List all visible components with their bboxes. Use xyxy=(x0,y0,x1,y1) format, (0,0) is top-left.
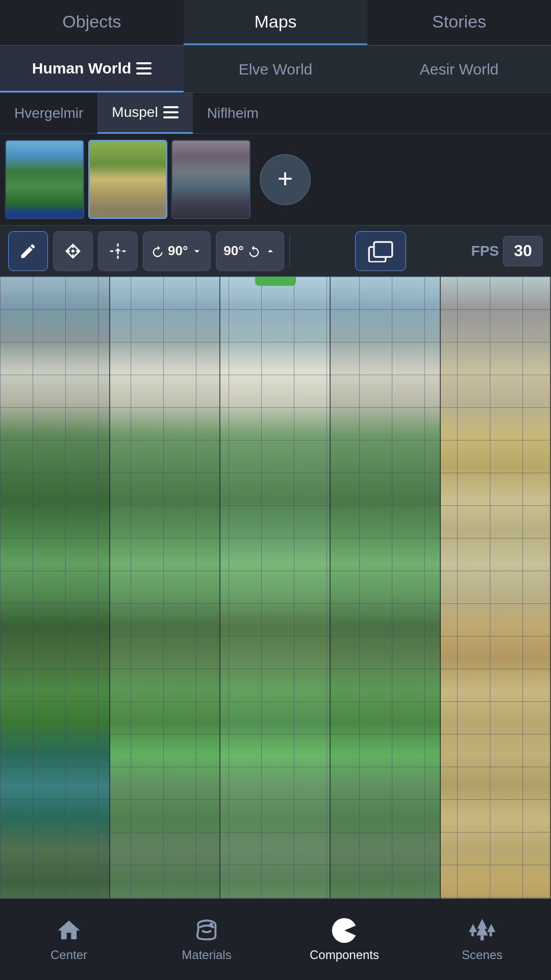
toolbar-divider xyxy=(289,236,290,266)
bottom-nav-scenes[interactable]: Scenes xyxy=(413,899,551,980)
components-icon xyxy=(331,917,358,944)
tab-stories[interactable]: Stories xyxy=(367,0,551,45)
submap-tab-niflheim[interactable]: Niflheim xyxy=(193,93,273,134)
map-column-1 xyxy=(110,277,220,914)
thumbnail-hvergelmir[interactable] xyxy=(5,140,84,219)
svg-rect-7 xyxy=(117,243,119,247)
list-icon-muspel xyxy=(163,106,179,118)
map-column-4 xyxy=(441,277,551,914)
bottom-nav-components-label: Components xyxy=(310,948,379,962)
list-icon-human xyxy=(136,62,152,75)
world-tab-aesir-label: Aesir World xyxy=(420,61,498,78)
svg-marker-15 xyxy=(477,924,488,936)
world-tab-elve[interactable]: Elve World xyxy=(184,46,367,92)
rotate-ccw-icon xyxy=(247,244,261,258)
scenes-icon xyxy=(469,917,495,944)
materials-icon xyxy=(193,917,220,944)
thumbnail-niflheim[interactable] xyxy=(171,140,251,219)
bottom-nav-materials-label: Materials xyxy=(182,948,231,962)
toolbar: 90° 90° FPS 30 xyxy=(0,226,551,277)
svg-rect-20 xyxy=(490,932,492,936)
fps-group: FPS 30 xyxy=(471,236,543,266)
submap-tabs: Hvergelmir Muspel Niflheim xyxy=(0,93,551,134)
arrow-down-icon xyxy=(191,245,203,257)
bottom-nav-materials[interactable]: Materials xyxy=(138,899,276,980)
snap-icon xyxy=(64,242,82,260)
bottom-nav-center-label: Center xyxy=(51,948,87,962)
submap-tab-muspel[interactable]: Muspel xyxy=(97,93,192,134)
submap-tab-muspel-label: Muspel xyxy=(112,104,158,120)
rotate-cw-icon xyxy=(151,244,165,258)
center-icon xyxy=(109,242,127,260)
thumbnail-muspel[interactable] xyxy=(88,140,167,219)
pencil-button[interactable] xyxy=(8,231,48,271)
tab-objects-label: Objects xyxy=(62,12,121,32)
layer-button[interactable] xyxy=(355,231,406,271)
svg-rect-18 xyxy=(471,932,474,936)
top-nav: Objects Maps Stories xyxy=(0,0,551,46)
center-button[interactable] xyxy=(98,231,138,271)
arrow-up-icon xyxy=(264,245,277,257)
map-column-3 xyxy=(331,277,441,914)
map-canvas[interactable] xyxy=(0,277,551,914)
tab-stories-label: Stories xyxy=(432,12,486,32)
world-tab-elve-label: Elve World xyxy=(239,61,313,78)
thumbnail-row: + xyxy=(0,134,551,226)
map-grid xyxy=(0,277,551,914)
tab-maps-label: Maps xyxy=(254,12,296,32)
rotate-cw-button[interactable]: 90° xyxy=(143,231,211,271)
map-column-0 xyxy=(0,277,110,914)
bottom-nav-center[interactable]: Center xyxy=(0,899,138,980)
svg-rect-8 xyxy=(117,256,119,259)
svg-rect-6 xyxy=(122,250,126,252)
svg-rect-5 xyxy=(110,250,113,252)
add-icon: + xyxy=(278,165,293,192)
snap-button[interactable] xyxy=(53,231,93,271)
rotate-cw-label: 90° xyxy=(168,243,188,259)
submap-tab-hvergelmir-label: Hvergelmir xyxy=(14,105,83,121)
thumbnail-muspel-image xyxy=(90,141,166,217)
submap-tab-hvergelmir[interactable]: Hvergelmir xyxy=(0,93,97,134)
fps-label: FPS xyxy=(471,243,499,259)
tool-group-left xyxy=(8,231,138,271)
tab-maps[interactable]: Maps xyxy=(184,0,367,45)
world-tab-human[interactable]: Human World xyxy=(0,46,184,92)
layer-icon xyxy=(367,240,394,262)
home-icon xyxy=(56,917,82,944)
submap-tab-niflheim-label: Niflheim xyxy=(207,105,259,121)
tab-objects[interactable]: Objects xyxy=(0,0,184,45)
svg-point-0 xyxy=(71,250,74,253)
thumbnail-hvergelmir-image xyxy=(6,141,83,218)
thumbnail-niflheim-image xyxy=(172,141,249,218)
svg-rect-10 xyxy=(374,242,392,257)
rotate-ccw-label: 90° xyxy=(223,243,243,259)
bottom-nav: Center Materials Components xyxy=(0,898,551,980)
add-map-button[interactable]: + xyxy=(260,154,311,205)
svg-rect-16 xyxy=(481,935,484,940)
map-indicator xyxy=(255,277,296,286)
world-tabs: Human World Elve World Aesir World xyxy=(0,46,551,93)
fps-value[interactable]: 30 xyxy=(503,236,543,266)
rotate-ccw-button[interactable]: 90° xyxy=(216,231,284,271)
svg-marker-17 xyxy=(469,924,477,932)
world-tab-human-label: Human World xyxy=(32,60,131,77)
bottom-nav-scenes-label: Scenes xyxy=(462,948,503,962)
bottom-nav-components[interactable]: Components xyxy=(276,899,413,980)
svg-marker-19 xyxy=(487,924,495,932)
world-tab-aesir[interactable]: Aesir World xyxy=(367,46,551,92)
map-column-2 xyxy=(220,277,331,914)
pencil-icon xyxy=(19,242,37,260)
